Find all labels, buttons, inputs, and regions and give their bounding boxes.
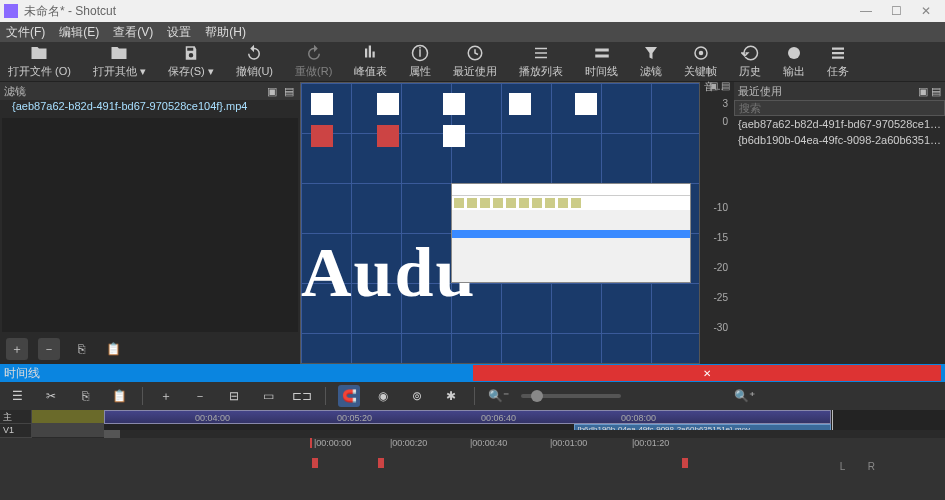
timeline-toolbar: ☰ ✂ ⎘ 📋 ＋ － ⊟ ▭ ⊏⊐ 🧲 ◉ ⊚ ✱ 🔍⁻ 🔍⁺ [0,382,945,410]
zoom-in-icon[interactable]: 🔍⁺ [733,385,755,407]
copy-icon[interactable]: ⎘ [74,385,96,407]
meter-tick: -25 [713,292,727,303]
cut-icon[interactable]: ✂ [40,385,62,407]
timeline-close-button[interactable]: ✕ [473,365,942,381]
filters-panel: 滤镜 ▣ ▤ {aeb87a62-b82d-491f-bd67-970528ce… [0,82,300,364]
timeline-tracks: 主 V1 00:04:00 00:05:20 00:06:40 00:08:00… [0,410,945,438]
maximize-button[interactable]: ☐ [881,4,911,18]
panel-dock-icon[interactable]: ▣ ▤ [709,80,730,91]
preview-area[interactable]: Audu [300,82,700,364]
menu-file[interactable]: 文件(F) [6,24,45,41]
time-marker: |00:00:20 [390,438,427,448]
playhead-marker[interactable] [378,458,384,468]
out-marker[interactable] [682,458,688,468]
desktop-icons [311,93,611,147]
export-button[interactable]: 输出 [783,44,805,79]
timeline-button[interactable]: 时间线 [585,44,618,79]
meter-tick: -10 [713,202,727,213]
copy-filter-button[interactable]: ⎘ [70,338,92,360]
split-icon[interactable]: ⊏⊐ [291,385,313,407]
overwrite-icon[interactable]: ▭ [257,385,279,407]
time-marker: |00:00:40 [470,438,507,448]
track-area[interactable]: 00:04:00 00:05:20 00:06:40 00:08:00 {b6d… [104,410,945,438]
right-panel: 音… ▣ ▤ 3 0 -10 -15 -20 -25 -30 最近使用 ▣ ▤ … [700,82,945,364]
keyframes-button[interactable]: 关键帧 [684,44,717,79]
bottom-ruler-area: |00:00:00 |00:00:20 |00:00:40 |00:01:00 … [0,438,945,480]
remove-icon[interactable]: － [189,385,211,407]
menu-icon[interactable]: ☰ [6,385,28,407]
audio-meter: 音… ▣ ▤ 3 0 -10 -15 -20 -25 -30 [700,82,734,364]
paste-filter-button[interactable]: 📋 [102,338,124,360]
main-toolbar: 打开文件 (O) 打开其他 ▾ 保存(S) ▾ 撤销(U) 重做(R) 峰值表 … [0,42,945,82]
lr-label: L R [840,461,885,472]
time-ruler[interactable]: |00:00:00 |00:00:20 |00:00:40 |00:01:00 … [0,438,945,454]
track-headers: 主 V1 [0,410,104,438]
open-other-button[interactable]: 打开其他 ▾ [93,44,146,79]
peak-meter-button[interactable]: 峰值表 [354,44,387,79]
recent-item[interactable]: {b6db190b-04ea-49fc-9098-2a60b6351… [734,132,945,148]
panel-dock-icon[interactable]: ▣ ▤ [918,85,941,98]
recent-button[interactable]: 最近使用 [453,44,497,79]
redo-button[interactable]: 重做(R) [295,44,332,79]
history-button[interactable]: 历史 [739,44,761,79]
save-button[interactable]: 保存(S) ▾ [168,44,214,79]
recent-search-input[interactable] [734,100,945,116]
zoom-slider[interactable] [521,394,621,398]
undo-button[interactable]: 撤销(U) [236,44,273,79]
svg-point-3 [699,51,704,56]
menu-view[interactable]: 查看(V) [113,24,153,41]
filters-buttons: ＋ － ⎘ 📋 [0,334,300,364]
recent-item[interactable]: {aeb87a62-b82d-491f-bd67-970528ce1… [734,116,945,132]
scrub-icon[interactable]: ◉ [372,385,394,407]
in-marker[interactable] [312,458,318,468]
timecode-tick: 00:06:40 [481,413,516,423]
track-v1-label[interactable]: V1 [0,424,32,438]
add-filter-button[interactable]: ＋ [6,338,28,360]
timecode-tick: 00:05:20 [337,413,372,423]
track-master-label[interactable]: 主 [0,410,32,424]
timeline-title: 时间线 [4,365,473,382]
timecode-tick: 00:04:00 [195,413,230,423]
time-marker: |00:00:00 [310,438,351,448]
recent-panel-header: 最近使用 ▣ ▤ [734,82,945,100]
ripple-icon[interactable]: ⊚ [406,385,428,407]
inner-window [451,183,691,283]
meter-tick: -15 [713,232,727,243]
meter-tick: -30 [713,322,727,333]
ripple-all-icon[interactable]: ✱ [440,385,462,407]
time-marker: |00:01:00 [550,438,587,448]
menubar: 文件(F) 编辑(E) 查看(V) 设置 帮助(H) [0,22,945,42]
horizontal-scrollbar[interactable] [104,430,945,438]
jobs-button[interactable]: 任务 [827,44,849,79]
filters-list[interactable] [2,118,298,332]
markers-row [0,458,945,466]
clip-ruler: 00:04:00 00:05:20 00:06:40 00:08:00 [104,410,831,424]
minimize-button[interactable]: — [851,4,881,18]
window-title: 未命名* - Shotcut [24,3,851,20]
panel-dock-icon[interactable]: ▣ ▤ [267,85,296,98]
track-v1-area[interactable] [32,424,104,438]
timecode-tick: 00:08:00 [621,413,656,423]
remove-filter-button[interactable]: － [38,338,60,360]
filters-panel-title: 滤镜 [4,84,26,99]
recent-panel-title: 最近使用 [738,84,782,99]
filters-panel-header: 滤镜 ▣ ▤ [0,82,300,100]
open-file-button[interactable]: 打开文件 (O) [8,44,71,79]
meter-tick: 0 [722,116,728,127]
track-master-area[interactable] [32,410,104,424]
lift-icon[interactable]: ⊟ [223,385,245,407]
filters-button[interactable]: 滤镜 [640,44,662,79]
menu-help[interactable]: 帮助(H) [205,24,246,41]
append-icon[interactable]: ＋ [155,385,177,407]
playlist-button[interactable]: 播放列表 [519,44,563,79]
snap-icon[interactable]: 🧲 [338,385,360,407]
menu-settings[interactable]: 设置 [167,24,191,41]
recent-panel: 最近使用 ▣ ▤ {aeb87a62-b82d-491f-bd67-970528… [734,82,945,364]
paste-icon[interactable]: 📋 [108,385,130,407]
time-marker: |00:01:20 [632,438,669,448]
close-button[interactable]: ✕ [911,4,941,18]
menu-edit[interactable]: 编辑(E) [59,24,99,41]
properties-button[interactable]: 属性 [409,44,431,79]
zoom-out-icon[interactable]: 🔍⁻ [487,385,509,407]
app-icon [4,4,18,18]
